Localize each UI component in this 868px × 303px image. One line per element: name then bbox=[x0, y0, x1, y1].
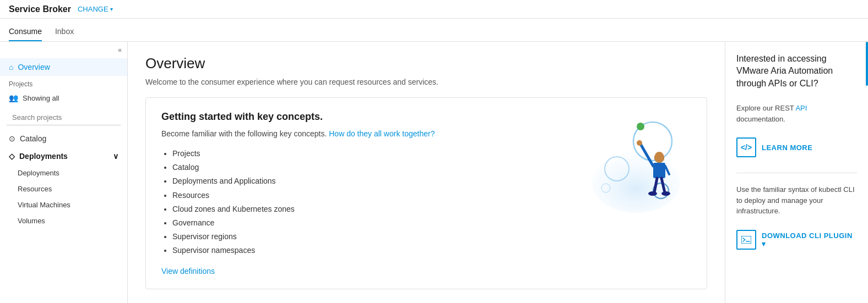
sidebar-item-resources[interactable]: Resources bbox=[0, 181, 127, 197]
list-item: Resources bbox=[172, 189, 570, 202]
sidebar-item-deployments-sub[interactable]: Deployments bbox=[0, 165, 127, 181]
svg-point-16 bbox=[655, 152, 664, 161]
download-cli-button[interactable]: DOWNLOAD CLI PLUGIN ▾ bbox=[736, 230, 857, 250]
chevron-down-icon: ▾ bbox=[110, 6, 113, 12]
right-panel: Interested in accessing VMware Aria Auto… bbox=[725, 42, 868, 303]
how-work-together-link[interactable]: How do they all work together? bbox=[329, 129, 435, 138]
api-description: Explore our REST API documentation. bbox=[736, 103, 857, 124]
group-icon: 👥 bbox=[9, 93, 18, 102]
tab-inbox[interactable]: Inbox bbox=[55, 27, 74, 41]
cli-description: Use the familiar syntax of kubectl CLI t… bbox=[736, 184, 857, 217]
svg-point-0 bbox=[592, 152, 680, 213]
card-left: Getting started with key concepts. Becom… bbox=[161, 111, 570, 276]
sidebar-section-projects: Projects bbox=[0, 76, 127, 90]
svg-point-9 bbox=[637, 140, 642, 146]
home-icon: ⌂ bbox=[9, 63, 13, 71]
list-item: Deployments and Applications bbox=[172, 174, 570, 188]
change-button[interactable]: CHANGE ▾ bbox=[78, 5, 113, 13]
card-illustration bbox=[570, 111, 691, 221]
deployments-icon: ◇ bbox=[9, 152, 15, 161]
learn-more-button[interactable]: </> LEARN MORE bbox=[736, 137, 857, 157]
key-concepts-list: Projects Catalog Deployments and Applica… bbox=[161, 147, 570, 258]
top-bar: Service Broker CHANGE ▾ bbox=[0, 0, 868, 19]
view-definitions-link[interactable]: View definitions bbox=[161, 267, 215, 276]
svg-point-13 bbox=[648, 191, 657, 196]
learn-more-label: LEARN MORE bbox=[762, 144, 812, 152]
sidebar-item-volumes[interactable]: Volumes bbox=[0, 213, 127, 229]
code-icon: </> bbox=[736, 137, 756, 157]
api-link[interactable]: API bbox=[795, 104, 807, 112]
sidebar-item-virtual-machines[interactable]: Virtual Machines bbox=[0, 197, 127, 213]
page-subtitle: Welcome to the consumer experience where… bbox=[145, 78, 707, 86]
tab-consume[interactable]: Consume bbox=[9, 27, 42, 41]
card-intro: Become familiar with the following key c… bbox=[161, 129, 570, 138]
download-cli-label: DOWNLOAD CLI PLUGIN ▾ bbox=[762, 232, 857, 248]
list-item: Governance bbox=[172, 216, 570, 230]
list-item: Cloud zones and Kubernetes zones bbox=[172, 202, 570, 216]
catalog-icon: ⊙ bbox=[9, 134, 15, 143]
terminal-icon bbox=[736, 230, 756, 250]
svg-point-5 bbox=[637, 123, 644, 130]
app-title: Service Broker bbox=[9, 4, 71, 14]
tab-bar: Consume Inbox bbox=[0, 19, 868, 42]
list-item: Supervisor namespaces bbox=[172, 244, 570, 257]
sidebar-item-deployments[interactable]: ◇ Deployments ∨ bbox=[0, 147, 127, 165]
concepts-illustration bbox=[576, 111, 686, 221]
main-layout: « ⌂ Overview Projects 👥 Showing all ⊙ Ca… bbox=[0, 42, 868, 303]
svg-point-14 bbox=[661, 191, 670, 196]
sidebar-item-overview[interactable]: ⌂ Overview bbox=[0, 58, 127, 76]
card-heading: Getting started with key concepts. bbox=[161, 111, 570, 123]
list-item: Supervisor regions bbox=[172, 230, 570, 244]
svg-rect-17 bbox=[741, 236, 751, 244]
sidebar: « ⌂ Overview Projects 👥 Showing all ⊙ Ca… bbox=[0, 42, 128, 303]
divider bbox=[736, 173, 857, 173]
right-panel-title: Interested in accessing VMware Aria Auto… bbox=[736, 53, 857, 90]
main-content: Overview Welcome to the consumer experie… bbox=[128, 42, 725, 303]
sidebar-showing-all: 👥 Showing all bbox=[0, 90, 127, 106]
scroll-indicator bbox=[866, 42, 868, 86]
list-item: Projects bbox=[172, 147, 570, 161]
sidebar-item-catalog[interactable]: ⊙ Catalog bbox=[0, 130, 127, 147]
svg-rect-7 bbox=[653, 163, 665, 178]
sidebar-collapse-button[interactable]: « bbox=[0, 42, 127, 58]
getting-started-card: Getting started with key concepts. Becom… bbox=[145, 97, 707, 289]
chevron-down-icon: ∨ bbox=[113, 152, 118, 161]
page-title: Overview bbox=[145, 55, 707, 72]
search-input[interactable] bbox=[7, 110, 121, 125]
list-item: Catalog bbox=[172, 161, 570, 174]
